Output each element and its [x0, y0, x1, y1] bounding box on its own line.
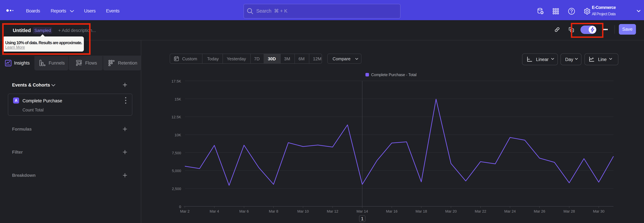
- svg-text:7,500: 7,500: [172, 151, 181, 155]
- svg-text:Mar 22: Mar 22: [475, 209, 486, 213]
- svg-text:15K: 15K: [174, 97, 181, 101]
- svg-text:Mar 2: Mar 2: [180, 209, 190, 213]
- svg-text:Mar 10: Mar 10: [297, 209, 309, 213]
- svg-text:2,500: 2,500: [172, 187, 181, 191]
- svg-text:Mar 12: Mar 12: [327, 209, 338, 213]
- svg-text:Mar 20: Mar 20: [445, 209, 457, 213]
- svg-text:Mar 18: Mar 18: [416, 209, 427, 213]
- svg-text:Mar 26: Mar 26: [534, 209, 545, 213]
- svg-text:Mar 30: Mar 30: [593, 209, 604, 213]
- svg-text:0: 0: [179, 205, 181, 209]
- svg-text:Mar 16: Mar 16: [386, 209, 398, 213]
- svg-text:Mar 8: Mar 8: [269, 209, 278, 213]
- svg-text:Mar 14: Mar 14: [356, 209, 368, 213]
- svg-text:5,000: 5,000: [172, 169, 181, 173]
- svg-text:12.5K: 12.5K: [172, 115, 181, 119]
- svg-text:Mar 24: Mar 24: [504, 209, 516, 213]
- svg-text:Mar 6: Mar 6: [239, 209, 249, 213]
- svg-text:10K: 10K: [174, 133, 181, 137]
- svg-text:Mar 28: Mar 28: [564, 209, 575, 213]
- svg-text:17.5K: 17.5K: [172, 79, 181, 83]
- svg-text:Mar 4: Mar 4: [210, 209, 219, 213]
